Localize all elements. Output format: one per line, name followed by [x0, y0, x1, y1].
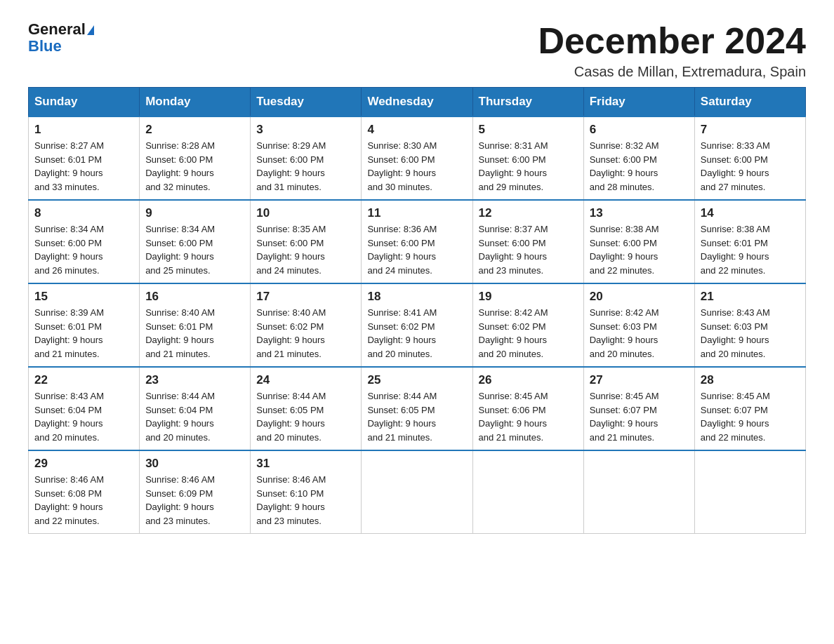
day-number: 4	[367, 123, 466, 137]
calendar-day-cell: 4Sunrise: 8:30 AMSunset: 6:00 PMDaylight…	[362, 116, 472, 200]
day-info: Sunrise: 8:43 AMSunset: 6:03 PMDaylight:…	[701, 306, 800, 361]
calendar-day-cell: 9Sunrise: 8:34 AMSunset: 6:00 PMDaylight…	[140, 200, 251, 283]
calendar-day-header: Wednesday	[362, 88, 472, 117]
day-info: Sunrise: 8:32 AMSunset: 6:00 PMDaylight:…	[590, 139, 689, 194]
day-info: Sunrise: 8:46 AMSunset: 6:08 PMDaylight:…	[34, 473, 133, 528]
calendar-week-row: 8Sunrise: 8:34 AMSunset: 6:00 PMDaylight…	[29, 200, 806, 283]
calendar-day-cell: 19Sunrise: 8:42 AMSunset: 6:02 PMDayligh…	[472, 283, 583, 367]
day-number: 26	[479, 373, 578, 387]
day-number: 14	[701, 206, 800, 220]
calendar-day-cell: 21Sunrise: 8:43 AMSunset: 6:03 PMDayligh…	[694, 283, 805, 367]
day-info: Sunrise: 8:29 AMSunset: 6:00 PMDaylight:…	[256, 139, 355, 194]
day-info: Sunrise: 8:37 AMSunset: 6:00 PMDaylight:…	[479, 222, 578, 277]
day-number: 13	[590, 206, 689, 220]
calendar-week-row: 29Sunrise: 8:46 AMSunset: 6:08 PMDayligh…	[29, 450, 806, 534]
calendar-day-cell: 3Sunrise: 8:29 AMSunset: 6:00 PMDaylight…	[251, 116, 362, 200]
day-info: Sunrise: 8:39 AMSunset: 6:01 PMDaylight:…	[34, 306, 133, 361]
calendar-day-cell: 25Sunrise: 8:44 AMSunset: 6:05 PMDayligh…	[362, 367, 472, 450]
title-block: December 2024 Casas de Millan, Extremadu…	[538, 21, 806, 80]
calendar-day-cell: 26Sunrise: 8:45 AMSunset: 6:06 PMDayligh…	[472, 367, 583, 450]
calendar-day-header: Tuesday	[251, 88, 362, 117]
calendar-day-cell: 18Sunrise: 8:41 AMSunset: 6:02 PMDayligh…	[362, 283, 472, 367]
day-info: Sunrise: 8:38 AMSunset: 6:00 PMDaylight:…	[590, 222, 689, 277]
calendar-day-cell: 16Sunrise: 8:40 AMSunset: 6:01 PMDayligh…	[140, 283, 251, 367]
day-number: 22	[34, 373, 133, 387]
day-info: Sunrise: 8:42 AMSunset: 6:02 PMDaylight:…	[479, 306, 578, 361]
calendar-day-cell: 28Sunrise: 8:45 AMSunset: 6:07 PMDayligh…	[694, 367, 805, 450]
logo-blue-text: Blue	[28, 38, 94, 55]
calendar-day-cell: 13Sunrise: 8:38 AMSunset: 6:00 PMDayligh…	[583, 200, 694, 283]
calendar-day-header: Saturday	[694, 88, 805, 117]
day-number: 20	[590, 290, 689, 304]
day-number: 29	[34, 457, 133, 471]
calendar-day-cell: 27Sunrise: 8:45 AMSunset: 6:07 PMDayligh…	[583, 367, 694, 450]
day-number: 11	[367, 206, 466, 220]
day-number: 6	[590, 123, 689, 137]
calendar-week-row: 1Sunrise: 8:27 AMSunset: 6:01 PMDaylight…	[29, 116, 806, 200]
calendar-day-cell: 6Sunrise: 8:32 AMSunset: 6:00 PMDaylight…	[583, 116, 694, 200]
calendar-day-header: Thursday	[472, 88, 583, 117]
day-number: 15	[34, 290, 133, 304]
calendar-day-cell: 14Sunrise: 8:38 AMSunset: 6:01 PMDayligh…	[694, 200, 805, 283]
page-header: General Blue December 2024 Casas de Mill…	[28, 21, 806, 80]
day-number: 3	[256, 123, 355, 137]
day-info: Sunrise: 8:41 AMSunset: 6:02 PMDaylight:…	[367, 306, 466, 361]
calendar-day-cell	[583, 450, 694, 534]
calendar-day-cell: 20Sunrise: 8:42 AMSunset: 6:03 PMDayligh…	[583, 283, 694, 367]
day-info: Sunrise: 8:35 AMSunset: 6:00 PMDaylight:…	[256, 222, 355, 277]
day-info: Sunrise: 8:33 AMSunset: 6:00 PMDaylight:…	[701, 139, 800, 194]
day-info: Sunrise: 8:28 AMSunset: 6:00 PMDaylight:…	[145, 139, 244, 194]
day-info: Sunrise: 8:44 AMSunset: 6:05 PMDaylight:…	[367, 389, 466, 444]
calendar-day-cell: 29Sunrise: 8:46 AMSunset: 6:08 PMDayligh…	[29, 450, 140, 534]
day-info: Sunrise: 8:31 AMSunset: 6:00 PMDaylight:…	[479, 139, 578, 194]
calendar-day-cell: 10Sunrise: 8:35 AMSunset: 6:00 PMDayligh…	[251, 200, 362, 283]
day-number: 5	[479, 123, 578, 137]
day-number: 18	[367, 290, 466, 304]
day-info: Sunrise: 8:44 AMSunset: 6:04 PMDaylight:…	[145, 389, 244, 444]
day-number: 25	[367, 373, 466, 387]
calendar-table: SundayMondayTuesdayWednesdayThursdayFrid…	[28, 87, 806, 534]
day-info: Sunrise: 8:45 AMSunset: 6:06 PMDaylight:…	[479, 389, 578, 444]
day-info: Sunrise: 8:34 AMSunset: 6:00 PMDaylight:…	[145, 222, 244, 277]
day-info: Sunrise: 8:45 AMSunset: 6:07 PMDaylight:…	[590, 389, 689, 444]
calendar-day-cell	[362, 450, 472, 534]
calendar-day-cell	[694, 450, 805, 534]
day-info: Sunrise: 8:45 AMSunset: 6:07 PMDaylight:…	[701, 389, 800, 444]
calendar-week-row: 15Sunrise: 8:39 AMSunset: 6:01 PMDayligh…	[29, 283, 806, 367]
day-info: Sunrise: 8:46 AMSunset: 6:09 PMDaylight:…	[145, 473, 244, 528]
calendar-day-cell	[472, 450, 583, 534]
day-number: 10	[256, 206, 355, 220]
calendar-day-cell: 22Sunrise: 8:43 AMSunset: 6:04 PMDayligh…	[29, 367, 140, 450]
calendar-day-cell: 7Sunrise: 8:33 AMSunset: 6:00 PMDaylight…	[694, 116, 805, 200]
day-number: 9	[145, 206, 244, 220]
page-subtitle: Casas de Millan, Extremadura, Spain	[538, 64, 806, 80]
calendar-day-cell: 1Sunrise: 8:27 AMSunset: 6:01 PMDaylight…	[29, 116, 140, 200]
calendar-week-row: 22Sunrise: 8:43 AMSunset: 6:04 PMDayligh…	[29, 367, 806, 450]
calendar-day-cell: 24Sunrise: 8:44 AMSunset: 6:05 PMDayligh…	[251, 367, 362, 450]
calendar-day-cell: 23Sunrise: 8:44 AMSunset: 6:04 PMDayligh…	[140, 367, 251, 450]
calendar-day-cell: 8Sunrise: 8:34 AMSunset: 6:00 PMDaylight…	[29, 200, 140, 283]
day-number: 28	[701, 373, 800, 387]
day-number: 7	[701, 123, 800, 137]
calendar-day-cell: 11Sunrise: 8:36 AMSunset: 6:00 PMDayligh…	[362, 200, 472, 283]
calendar-day-header: Friday	[583, 88, 694, 117]
day-info: Sunrise: 8:40 AMSunset: 6:01 PMDaylight:…	[145, 306, 244, 361]
calendar-day-cell: 12Sunrise: 8:37 AMSunset: 6:00 PMDayligh…	[472, 200, 583, 283]
day-info: Sunrise: 8:42 AMSunset: 6:03 PMDaylight:…	[590, 306, 689, 361]
logo: General Blue	[28, 21, 94, 55]
calendar-day-cell: 15Sunrise: 8:39 AMSunset: 6:01 PMDayligh…	[29, 283, 140, 367]
day-number: 24	[256, 373, 355, 387]
logo-triangle-icon	[87, 25, 94, 35]
calendar-day-cell: 17Sunrise: 8:40 AMSunset: 6:02 PMDayligh…	[251, 283, 362, 367]
calendar-day-cell: 31Sunrise: 8:46 AMSunset: 6:10 PMDayligh…	[251, 450, 362, 534]
day-number: 19	[479, 290, 578, 304]
day-info: Sunrise: 8:38 AMSunset: 6:01 PMDaylight:…	[701, 222, 800, 277]
day-info: Sunrise: 8:27 AMSunset: 6:01 PMDaylight:…	[34, 139, 133, 194]
day-number: 12	[479, 206, 578, 220]
day-number: 23	[145, 373, 244, 387]
day-info: Sunrise: 8:30 AMSunset: 6:00 PMDaylight:…	[367, 139, 466, 194]
day-number: 31	[256, 457, 355, 471]
day-info: Sunrise: 8:46 AMSunset: 6:10 PMDaylight:…	[256, 473, 355, 528]
day-info: Sunrise: 8:44 AMSunset: 6:05 PMDaylight:…	[256, 389, 355, 444]
day-number: 21	[701, 290, 800, 304]
